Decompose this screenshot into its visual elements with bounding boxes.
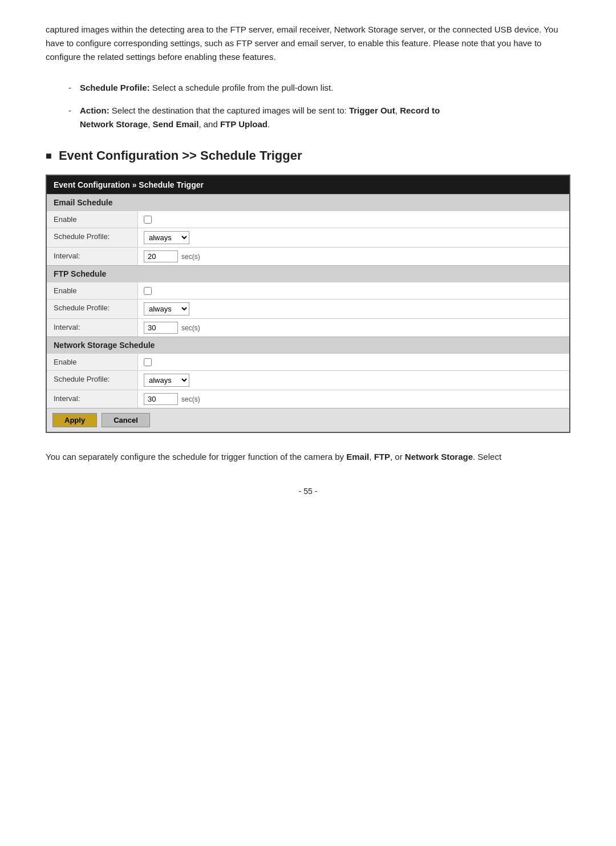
network-interval-row: Interval: sec(s) — [47, 390, 569, 408]
ftp-schedule-profile-select[interactable]: always — [144, 302, 189, 315]
footer-row: Apply Cancel — [47, 408, 569, 432]
bullet-action-text: Select the destination that the captured… — [80, 106, 440, 129]
email-enable-label: Enable — [47, 211, 138, 228]
page-number: - 55 - — [46, 487, 570, 496]
email-enable-value — [138, 211, 569, 228]
ftp-enable-value — [138, 282, 569, 299]
ftp-enable-row: Enable — [47, 282, 569, 299]
email-schedule-profile-select[interactable]: always — [144, 231, 189, 244]
bullet-schedule-profile-label: Schedule Profile: — [80, 83, 150, 92]
bullet-schedule-profile-text: Select a schedule profile from the pull-… — [150, 83, 334, 92]
email-schedule-profile-label: Schedule Profile: — [47, 228, 138, 247]
ftp-enable-label: Enable — [47, 282, 138, 299]
config-table-title: Event Configuration » Schedule Trigger — [47, 176, 569, 194]
intro-paragraph: captured images within the detecting are… — [46, 23, 570, 64]
email-schedule-header: Email Schedule — [47, 194, 569, 211]
network-schedule-profile-row: Schedule Profile: always — [47, 370, 569, 390]
ftp-schedule-header: FTP Schedule — [47, 265, 569, 282]
ftp-interval-value: sec(s) — [138, 319, 569, 337]
ftp-schedule-profile-value: always — [138, 299, 569, 318]
cancel-button[interactable]: Cancel — [102, 413, 150, 427]
network-schedule-profile-label: Schedule Profile: — [47, 371, 138, 390]
network-interval-value: sec(s) — [138, 390, 569, 408]
outro-network-storage: Network Storage — [405, 452, 473, 462]
outro-text: You can separately configure the schedul… — [46, 450, 570, 464]
outro-post: . Select — [473, 452, 501, 462]
ftp-schedule-profile-row: Schedule Profile: always — [47, 299, 569, 318]
network-interval-label: Interval: — [47, 390, 138, 408]
outro-sep2: , or — [390, 452, 405, 462]
ftp-interval-label: Interval: — [47, 319, 138, 337]
ftp-interval-row: Interval: sec(s) — [47, 318, 569, 337]
section-heading-text: Event Configuration >> Schedule Trigger — [59, 148, 302, 163]
apply-button[interactable]: Apply — [52, 413, 97, 427]
outro-ftp: FTP — [374, 452, 390, 462]
ftp-interval-unit: sec(s) — [181, 324, 200, 332]
bullet-action-label: Action: — [80, 106, 110, 115]
network-enable-value — [138, 354, 569, 370]
ftp-interval-input[interactable] — [144, 322, 178, 334]
network-enable-row: Enable — [47, 353, 569, 370]
email-schedule-profile-value: always — [138, 228, 569, 247]
ftp-enable-checkbox[interactable] — [144, 287, 152, 295]
section-heading: Event Configuration >> Schedule Trigger — [46, 148, 570, 163]
email-schedule-profile-row: Schedule Profile: always — [47, 228, 569, 247]
config-table: Event Configuration » Schedule Trigger E… — [46, 175, 570, 433]
email-interval-label: Interval: — [47, 248, 138, 265]
email-interval-unit: sec(s) — [181, 253, 200, 261]
network-interval-unit: sec(s) — [181, 395, 200, 403]
email-enable-row: Enable — [47, 211, 569, 228]
email-interval-input[interactable] — [144, 250, 178, 262]
network-schedule-profile-value: always — [138, 371, 569, 390]
ftp-schedule-profile-label: Schedule Profile: — [47, 299, 138, 318]
network-interval-input[interactable] — [144, 393, 178, 405]
email-enable-checkbox[interactable] — [144, 216, 152, 224]
network-storage-schedule-header: Network Storage Schedule — [47, 337, 569, 353]
outro-email: Email — [346, 452, 369, 462]
bullet-schedule-profile: Schedule Profile: Select a schedule prof… — [68, 81, 570, 95]
network-schedule-profile-select[interactable]: always — [144, 374, 189, 387]
bullet-list: Schedule Profile: Select a schedule prof… — [68, 81, 570, 131]
network-enable-checkbox[interactable] — [144, 358, 152, 366]
outro-sep1: , — [369, 452, 374, 462]
email-interval-row: Interval: sec(s) — [47, 247, 569, 265]
bullet-action: Action: Select the destination that the … — [68, 104, 570, 131]
outro-pre: You can separately configure the schedul… — [46, 452, 346, 462]
email-interval-value: sec(s) — [138, 248, 569, 265]
network-enable-label: Enable — [47, 354, 138, 370]
